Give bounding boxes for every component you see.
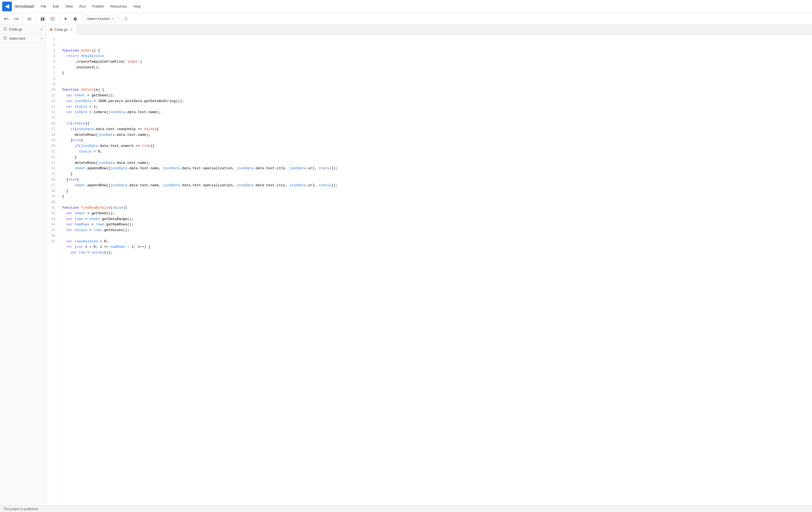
tabs-bar: ✱ Code.gs ✕ — [46, 25, 812, 34]
code-line-34 — [62, 233, 810, 239]
code-line-2: return HtmlService — [62, 53, 810, 59]
line-number-21: 21 — [48, 149, 55, 155]
sidebar-chevron-code-gs: ▾ — [41, 28, 42, 31]
line-number-8: 8 — [48, 76, 55, 82]
code-line-13 — [62, 115, 810, 121]
toolbar-divider-5 — [119, 16, 120, 22]
menu-bar: File Edit View Run Publish Resources Hel… — [38, 3, 143, 10]
line-number-20: 20 — [48, 143, 55, 149]
code-gs-file-icon — [3, 27, 7, 32]
code-line-16: deleteRows(jsonData.data.text.name); — [62, 132, 810, 138]
code-editor[interactable]: 1234567891011121314151617181920212223242… — [46, 34, 812, 506]
line-number-35: 35 — [48, 227, 55, 233]
debug-button[interactable] — [71, 15, 80, 23]
code-line-19: status = 0; — [62, 149, 810, 155]
code-line-12: var ishere = isHere(jsonData.data.text.n… — [62, 110, 810, 115]
code-line-6 — [62, 76, 810, 82]
code-line-30: var sheet = getSheet(); — [62, 211, 810, 216]
line-number-6: 6 — [48, 65, 55, 71]
code-line-31: var rows = sheet.getDataRange(); — [62, 216, 810, 222]
line-number-27: 27 — [48, 183, 55, 188]
svg-marker-0 — [5, 4, 9, 9]
line-number-7: 7 — [48, 71, 55, 76]
editor-area: ✱ Code.gs ✕ 1234567891011121314151617181… — [46, 25, 812, 506]
line-number-14: 14 — [48, 110, 55, 115]
sidebar-item-code-gs[interactable]: Code.gs ▾ — [0, 25, 46, 34]
line-number-24: 24 — [48, 166, 55, 171]
run-button[interactable] — [61, 15, 70, 23]
menu-resources[interactable]: Resources — [108, 3, 130, 10]
line-number-5: 5 — [48, 59, 55, 65]
code-line-15: if(jsonData.data.text.readyhelp == false… — [62, 127, 810, 132]
code-line-18: if(jsonData.data.text.onwork == true){ — [62, 143, 810, 149]
menu-help[interactable]: Help — [131, 3, 143, 10]
line-number-4: 4 — [48, 53, 55, 59]
code-line-21: deleteRows(jsonData.data.text.name); — [62, 160, 810, 166]
history-button[interactable] — [48, 15, 57, 23]
line-number-33: 33 — [48, 216, 55, 222]
code-line-9: var sheet = getSheet(); — [62, 93, 810, 99]
code-line-14: if(ishere){ — [62, 121, 810, 127]
menu-file[interactable]: File — [38, 3, 49, 10]
show-functions-button[interactable] — [25, 15, 34, 23]
code-line-1: function doGet() { — [62, 48, 810, 54]
code-line-10: var jsonData = JSON.parse(e.postData.get… — [62, 99, 810, 104]
menu-run[interactable]: Run — [77, 3, 88, 10]
menu-publish[interactable]: Publish — [90, 3, 107, 10]
index-html-file-icon — [3, 36, 7, 41]
line-number-11: 11 — [48, 93, 55, 99]
line-number-23: 23 — [48, 160, 55, 166]
select-function-button[interactable]: Select function ▼ — [84, 15, 117, 22]
line-number-22: 22 — [48, 155, 55, 160]
logo-icon — [2, 2, 12, 11]
line-number-36: 36 — [48, 233, 55, 239]
select-function-label: Select function — [87, 17, 110, 21]
code-line-26: } — [62, 188, 810, 194]
save-button[interactable] — [38, 15, 47, 23]
toolbar-divider-1 — [23, 16, 23, 22]
line-number-25: 25 — [48, 171, 55, 177]
line-number-1: 1 — [48, 37, 55, 43]
code-line-8: function doPost(e) { — [62, 87, 810, 93]
line-number-9: 9 — [48, 82, 55, 87]
line-number-34: 34 — [48, 222, 55, 227]
toolbar-divider-4 — [82, 16, 82, 22]
tab-close-code-gs[interactable]: ✕ — [70, 28, 73, 32]
line-number-29: 29 — [48, 194, 55, 199]
undo-button[interactable] — [2, 15, 11, 23]
header: remoteaid File Edit View Run Publish Res… — [0, 0, 812, 13]
code-line-17: }else{ — [62, 138, 810, 143]
tab-modified-indicator: ✱ — [50, 28, 53, 32]
sidebar: Code.gs ▾ index.html ▾ — [0, 25, 46, 506]
redo-button[interactable] — [12, 15, 21, 23]
line-number-18: 18 — [48, 132, 55, 138]
menu-edit[interactable]: Edit — [50, 3, 61, 10]
lightbulb-button[interactable] — [122, 15, 130, 23]
status-text: This project is published — [3, 507, 38, 511]
sidebar-chevron-index-html: ▾ — [41, 37, 42, 41]
code-line-32: var numRows = rows.getNumRows(); — [62, 222, 810, 227]
tab-label-code-gs: Code.gs — [55, 28, 67, 32]
code-line-25: sheet.appendRow([jsonData.data.text.name… — [62, 183, 810, 188]
app-title: remoteaid — [14, 4, 34, 9]
tab-code-gs[interactable]: ✱ Code.gs ✕ — [46, 25, 77, 34]
sidebar-item-index-html[interactable]: index.html ▾ — [0, 34, 46, 43]
status-bar: This project is published — [0, 506, 812, 512]
line-number-28: 28 — [48, 188, 55, 194]
line-number-2: 2 — [48, 43, 55, 48]
code-line-4: .evaluate(); — [62, 65, 810, 71]
code-line-5: } — [62, 71, 810, 76]
toolbar-divider-3 — [59, 16, 59, 22]
code-line-33: var values = rows.getValues(); — [62, 227, 810, 233]
menu-view[interactable]: View — [63, 3, 76, 10]
code-line-24: }else{ — [62, 177, 810, 183]
line-number-31: 31 — [48, 205, 55, 211]
line-number-16: 16 — [48, 121, 55, 127]
line-number-15: 15 — [48, 115, 55, 121]
code-line-28 — [62, 199, 810, 205]
line-number-17: 17 — [48, 127, 55, 132]
select-function-chevron-icon: ▼ — [112, 17, 114, 20]
sidebar-file-label-index-html: index.html — [9, 36, 25, 41]
code-content[interactable]: function doGet() { return HtmlService .c… — [59, 34, 812, 506]
line-number-32: 32 — [48, 211, 55, 216]
